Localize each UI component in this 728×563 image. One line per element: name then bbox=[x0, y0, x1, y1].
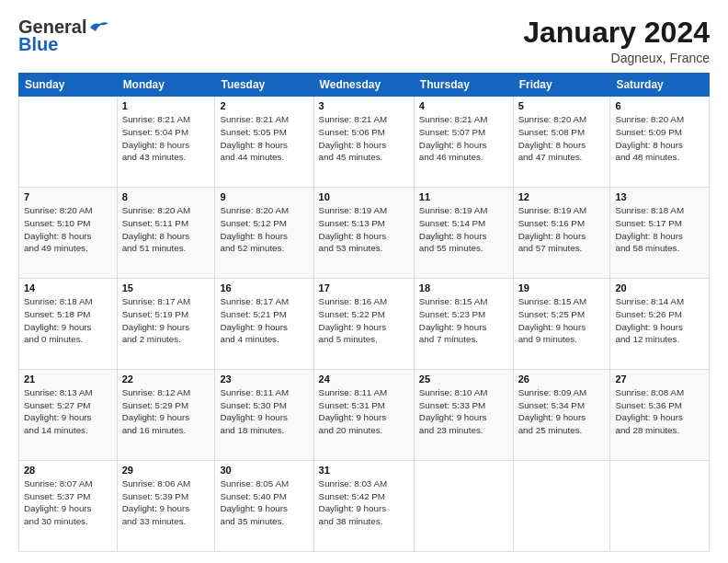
day-number: 6 bbox=[615, 100, 704, 111]
day-number: 27 bbox=[615, 373, 704, 385]
logo: General Blue bbox=[18, 17, 110, 55]
day-number: 7 bbox=[24, 191, 112, 202]
calendar-cell: 25Sunrise: 8:10 AM Sunset: 5:33 PM Dayli… bbox=[414, 370, 513, 461]
calendar-cell: 29Sunrise: 8:06 AM Sunset: 5:39 PM Dayli… bbox=[117, 461, 215, 552]
day-info: Sunrise: 8:13 AM Sunset: 5:27 PM Dayligh… bbox=[24, 386, 112, 437]
day-number: 2 bbox=[220, 100, 308, 111]
day-info: Sunrise: 8:11 AM Sunset: 5:31 PM Dayligh… bbox=[319, 386, 409, 437]
day-info: Sunrise: 8:20 AM Sunset: 5:09 PM Dayligh… bbox=[615, 113, 704, 164]
day-number: 5 bbox=[518, 100, 606, 111]
day-info: Sunrise: 8:19 AM Sunset: 5:14 PM Dayligh… bbox=[419, 204, 508, 255]
day-info: Sunrise: 8:06 AM Sunset: 5:39 PM Dayligh… bbox=[122, 477, 210, 528]
calendar-cell: 27Sunrise: 8:08 AM Sunset: 5:36 PM Dayli… bbox=[610, 370, 710, 461]
calendar-cell: 23Sunrise: 8:11 AM Sunset: 5:30 PM Dayli… bbox=[215, 370, 313, 461]
day-info: Sunrise: 8:20 AM Sunset: 5:08 PM Dayligh… bbox=[518, 113, 606, 164]
day-number: 1 bbox=[122, 100, 210, 111]
day-number: 14 bbox=[24, 282, 112, 293]
day-info: Sunrise: 8:21 AM Sunset: 5:04 PM Dayligh… bbox=[122, 113, 210, 164]
calendar-week-row: 14Sunrise: 8:18 AM Sunset: 5:18 PM Dayli… bbox=[19, 279, 710, 370]
day-info: Sunrise: 8:21 AM Sunset: 5:06 PM Dayligh… bbox=[319, 113, 409, 164]
calendar-cell: 10Sunrise: 8:19 AM Sunset: 5:13 PM Dayli… bbox=[313, 188, 414, 279]
calendar-cell: 6Sunrise: 8:20 AM Sunset: 5:09 PM Daylig… bbox=[610, 97, 710, 188]
location: Dagneux, France bbox=[523, 51, 710, 65]
day-info: Sunrise: 8:05 AM Sunset: 5:40 PM Dayligh… bbox=[220, 477, 308, 528]
header-tuesday: Tuesday bbox=[215, 74, 313, 97]
calendar-cell bbox=[610, 461, 710, 552]
calendar-cell: 28Sunrise: 8:07 AM Sunset: 5:37 PM Dayli… bbox=[19, 461, 118, 552]
day-number: 31 bbox=[319, 465, 409, 476]
calendar-cell: 30Sunrise: 8:05 AM Sunset: 5:40 PM Dayli… bbox=[215, 461, 313, 552]
day-info: Sunrise: 8:15 AM Sunset: 5:25 PM Dayligh… bbox=[518, 295, 606, 346]
calendar-cell: 7Sunrise: 8:20 AM Sunset: 5:10 PM Daylig… bbox=[19, 188, 118, 279]
calendar-cell: 8Sunrise: 8:20 AM Sunset: 5:11 PM Daylig… bbox=[117, 188, 215, 279]
day-info: Sunrise: 8:21 AM Sunset: 5:07 PM Dayligh… bbox=[419, 113, 508, 164]
day-number: 25 bbox=[419, 373, 508, 385]
day-number: 19 bbox=[518, 282, 606, 293]
day-info: Sunrise: 8:07 AM Sunset: 5:37 PM Dayligh… bbox=[24, 477, 112, 528]
day-info: Sunrise: 8:18 AM Sunset: 5:18 PM Dayligh… bbox=[24, 295, 112, 346]
day-number: 11 bbox=[419, 191, 508, 202]
calendar-cell bbox=[513, 461, 610, 552]
day-number: 10 bbox=[319, 191, 409, 202]
calendar-cell: 26Sunrise: 8:09 AM Sunset: 5:34 PM Dayli… bbox=[513, 370, 610, 461]
header-monday: Monday bbox=[117, 74, 215, 97]
day-info: Sunrise: 8:10 AM Sunset: 5:33 PM Dayligh… bbox=[419, 386, 508, 437]
day-number: 9 bbox=[220, 191, 308, 202]
calendar-week-row: 21Sunrise: 8:13 AM Sunset: 5:27 PM Dayli… bbox=[19, 370, 710, 461]
day-info: Sunrise: 8:20 AM Sunset: 5:12 PM Dayligh… bbox=[220, 204, 308, 255]
calendar-cell: 31Sunrise: 8:03 AM Sunset: 5:42 PM Dayli… bbox=[313, 461, 414, 552]
calendar-cell: 4Sunrise: 8:21 AM Sunset: 5:07 PM Daylig… bbox=[414, 97, 513, 188]
calendar-cell: 15Sunrise: 8:17 AM Sunset: 5:19 PM Dayli… bbox=[117, 279, 215, 370]
calendar-cell: 24Sunrise: 8:11 AM Sunset: 5:31 PM Dayli… bbox=[313, 370, 414, 461]
day-info: Sunrise: 8:03 AM Sunset: 5:42 PM Dayligh… bbox=[319, 477, 409, 528]
day-info: Sunrise: 8:12 AM Sunset: 5:29 PM Dayligh… bbox=[122, 386, 210, 437]
day-info: Sunrise: 8:20 AM Sunset: 5:11 PM Dayligh… bbox=[122, 204, 210, 255]
day-info: Sunrise: 8:14 AM Sunset: 5:26 PM Dayligh… bbox=[615, 295, 704, 346]
day-info: Sunrise: 8:19 AM Sunset: 5:16 PM Dayligh… bbox=[518, 204, 606, 255]
day-number: 29 bbox=[122, 465, 210, 476]
day-number: 26 bbox=[518, 373, 606, 385]
calendar-cell: 20Sunrise: 8:14 AM Sunset: 5:26 PM Dayli… bbox=[610, 279, 710, 370]
header-thursday: Thursday bbox=[414, 74, 513, 97]
day-info: Sunrise: 8:21 AM Sunset: 5:05 PM Dayligh… bbox=[220, 113, 308, 164]
day-number: 22 bbox=[122, 373, 210, 385]
day-number: 30 bbox=[220, 465, 308, 476]
calendar-cell: 3Sunrise: 8:21 AM Sunset: 5:06 PM Daylig… bbox=[313, 97, 414, 188]
calendar-cell: 1Sunrise: 8:21 AM Sunset: 5:04 PM Daylig… bbox=[117, 97, 215, 188]
day-info: Sunrise: 8:17 AM Sunset: 5:19 PM Dayligh… bbox=[122, 295, 210, 346]
month-title: January 2024 bbox=[523, 17, 710, 49]
day-number: 15 bbox=[122, 282, 210, 293]
calendar-week-row: 28Sunrise: 8:07 AM Sunset: 5:37 PM Dayli… bbox=[19, 461, 710, 552]
day-info: Sunrise: 8:19 AM Sunset: 5:13 PM Dayligh… bbox=[319, 204, 409, 255]
calendar-cell: 14Sunrise: 8:18 AM Sunset: 5:18 PM Dayli… bbox=[19, 279, 118, 370]
header-sunday: Sunday bbox=[19, 74, 118, 97]
day-number: 16 bbox=[220, 282, 308, 293]
day-number: 8 bbox=[122, 191, 210, 202]
day-number: 20 bbox=[615, 282, 704, 293]
calendar-week-row: 1Sunrise: 8:21 AM Sunset: 5:04 PM Daylig… bbox=[19, 97, 710, 188]
calendar-cell: 12Sunrise: 8:19 AM Sunset: 5:16 PM Dayli… bbox=[513, 188, 610, 279]
calendar-cell: 18Sunrise: 8:15 AM Sunset: 5:23 PM Dayli… bbox=[414, 279, 513, 370]
day-number: 4 bbox=[419, 100, 508, 111]
calendar-cell: 9Sunrise: 8:20 AM Sunset: 5:12 PM Daylig… bbox=[215, 188, 313, 279]
calendar-cell: 5Sunrise: 8:20 AM Sunset: 5:08 PM Daylig… bbox=[513, 97, 610, 188]
header: General Blue January 2024 Dagneux, Franc… bbox=[18, 17, 710, 65]
page: General Blue January 2024 Dagneux, Franc… bbox=[0, 0, 728, 563]
calendar-cell: 13Sunrise: 8:18 AM Sunset: 5:17 PM Dayli… bbox=[610, 188, 710, 279]
day-info: Sunrise: 8:18 AM Sunset: 5:17 PM Dayligh… bbox=[615, 204, 704, 255]
logo-bird-icon bbox=[88, 20, 110, 35]
calendar-cell: 17Sunrise: 8:16 AM Sunset: 5:22 PM Dayli… bbox=[313, 279, 414, 370]
day-info: Sunrise: 8:11 AM Sunset: 5:30 PM Dayligh… bbox=[220, 386, 308, 437]
day-info: Sunrise: 8:20 AM Sunset: 5:10 PM Dayligh… bbox=[24, 204, 112, 255]
calendar-cell bbox=[19, 97, 118, 188]
weekday-header-row: Sunday Monday Tuesday Wednesday Thursday… bbox=[19, 74, 710, 97]
logo-blue: Blue bbox=[18, 34, 58, 55]
day-number: 21 bbox=[24, 373, 112, 385]
calendar-cell bbox=[414, 461, 513, 552]
day-number: 24 bbox=[319, 373, 409, 385]
calendar-cell: 19Sunrise: 8:15 AM Sunset: 5:25 PM Dayli… bbox=[513, 279, 610, 370]
calendar-cell: 21Sunrise: 8:13 AM Sunset: 5:27 PM Dayli… bbox=[19, 370, 118, 461]
calendar-cell: 16Sunrise: 8:17 AM Sunset: 5:21 PM Dayli… bbox=[215, 279, 313, 370]
header-saturday: Saturday bbox=[610, 74, 710, 97]
calendar-cell: 11Sunrise: 8:19 AM Sunset: 5:14 PM Dayli… bbox=[414, 188, 513, 279]
